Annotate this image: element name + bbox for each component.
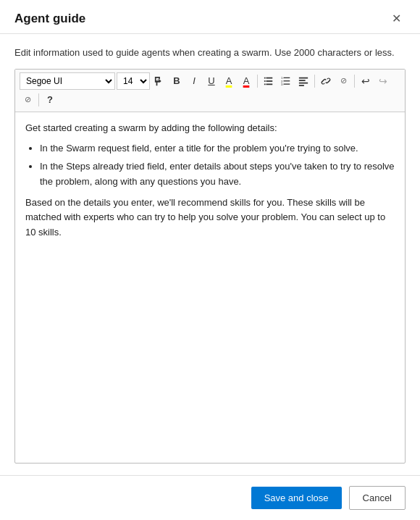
bold-button[interactable]: B <box>169 72 185 90</box>
font-size-select[interactable]: 8 9 10 11 12 14 16 18 20 24 <box>117 72 150 90</box>
svg-rect-4 <box>264 83 266 85</box>
svg-rect-2 <box>264 80 266 82</box>
numbering-icon: 1. 2. 3. <box>281 76 291 86</box>
svg-rect-14 <box>299 82 308 83</box>
underline-button[interactable]: U <box>203 72 219 90</box>
numbering-button[interactable]: 1. 2. 3. <box>278 72 294 90</box>
dialog-body: Edit information used to guide agents wh… <box>0 34 420 475</box>
underline-label: U <box>208 75 214 86</box>
align-button[interactable] <box>295 72 311 90</box>
svg-rect-7 <box>284 77 290 77</box>
undo-button[interactable]: ↩ <box>358 72 374 90</box>
dialog-header: Agent guide ✕ <box>0 0 420 34</box>
svg-rect-12 <box>299 77 308 78</box>
svg-rect-13 <box>299 80 306 81</box>
link-icon <box>321 76 331 86</box>
link-button[interactable] <box>318 72 334 90</box>
font-color-label: A <box>243 75 250 86</box>
description-text: Edit information used to guide agents wh… <box>14 46 406 60</box>
editor-bullet-1: In the Swarm request field, enter a titl… <box>40 141 395 156</box>
svg-rect-15 <box>299 85 304 86</box>
dialog-footer: Save and close Cancel <box>0 475 420 520</box>
dialog-title: Agent guide <box>14 12 85 26</box>
align-icon <box>298 76 308 86</box>
toolbar-divider-2 <box>314 75 315 88</box>
unlink-button[interactable]: ⊘ <box>335 72 351 90</box>
highlight-button[interactable]: A <box>221 72 237 90</box>
svg-rect-9 <box>284 80 290 81</box>
editor-list: In the Swarm request field, enter a titl… <box>40 141 395 189</box>
cancel-button[interactable]: Cancel <box>349 486 406 510</box>
redo-button[interactable]: ↪ <box>375 72 391 90</box>
toolbar-divider-1 <box>257 75 258 88</box>
toolbar-divider-4 <box>38 93 39 106</box>
svg-rect-11 <box>284 83 290 84</box>
svg-text:3.: 3. <box>281 83 284 86</box>
bold-label: B <box>173 75 180 86</box>
editor-container: Segoe UI Arial Times New Roman Courier N… <box>14 69 406 464</box>
italic-label: I <box>193 75 196 86</box>
editor-paragraph-2: Based on the details you enter, we'll re… <box>25 196 395 240</box>
svg-rect-0 <box>264 77 266 78</box>
font-family-select[interactable]: Segoe UI Arial Times New Roman Courier N… <box>20 72 115 90</box>
close-button[interactable]: ✕ <box>387 12 406 26</box>
bullets-icon <box>264 76 274 86</box>
svg-rect-1 <box>266 77 273 78</box>
highlight-label: A <box>226 75 232 86</box>
font-color-button[interactable]: A <box>238 72 254 90</box>
editor-content-area[interactable]: Get started creating a swarm by adding t… <box>15 112 405 464</box>
agent-guide-dialog: Agent guide ✕ Edit information used to g… <box>0 0 420 520</box>
bullets-button[interactable] <box>261 72 277 90</box>
svg-rect-3 <box>266 80 273 82</box>
paint-format-button[interactable] <box>151 72 167 90</box>
save-close-button[interactable]: Save and close <box>251 487 342 509</box>
help-button[interactable]: ? <box>42 91 58 109</box>
svg-rect-5 <box>266 83 273 85</box>
clear-format-button[interactable]: ⊘ <box>20 91 35 109</box>
toolbar-divider-3 <box>354 75 355 88</box>
editor-intro: Get started creating a swarm by adding t… <box>25 121 395 136</box>
paint-format-icon <box>154 76 164 86</box>
editor-bullet-2: In the Steps already tried field, enter … <box>40 159 395 190</box>
editor-toolbar: Segoe UI Arial Times New Roman Courier N… <box>15 70 405 112</box>
italic-button[interactable]: I <box>186 72 202 90</box>
